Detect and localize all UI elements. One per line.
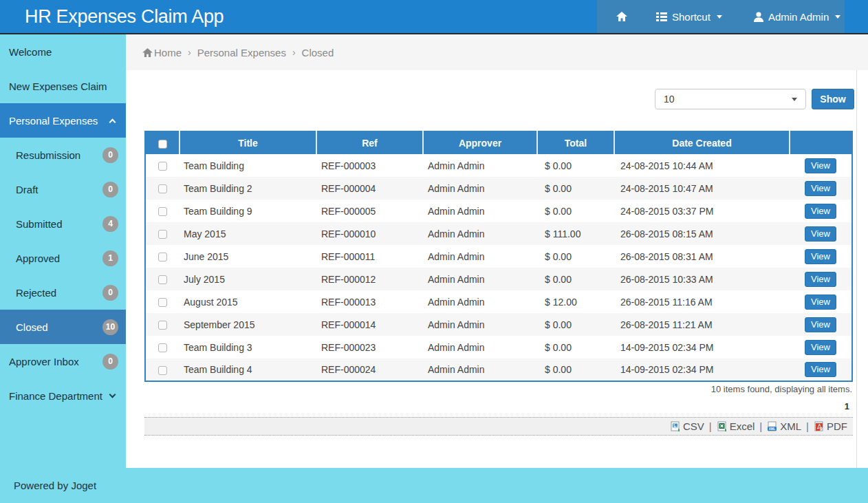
row-checkbox[interactable] xyxy=(158,253,167,261)
pagination-page-1[interactable]: 1 xyxy=(845,401,849,411)
column-header-actions xyxy=(790,131,852,154)
sidebar-item-label: Approver Inbox xyxy=(9,356,79,367)
sidebar-item-rejected[interactable]: Rejected 0 xyxy=(0,275,126,310)
sidebar-item-welcome[interactable]: Welcome xyxy=(0,34,126,69)
count-badge: 0 xyxy=(102,182,118,197)
home-icon xyxy=(616,12,627,21)
count-badge: 0 xyxy=(102,285,118,301)
view-button[interactable]: View xyxy=(805,158,836,173)
home-button[interactable] xyxy=(616,12,627,21)
table-row: September 2015 REF-000014 Admin Admin $ … xyxy=(145,313,852,336)
cell-ref: REF-000024 xyxy=(316,358,423,381)
count-badge: 0 xyxy=(102,147,118,163)
sidebar-item-new-expenses-claim[interactable]: New Expenses Claim xyxy=(0,69,126,103)
breadcrumb-closed: Closed xyxy=(302,47,334,58)
view-button[interactable]: View xyxy=(805,295,836,310)
row-checkbox[interactable] xyxy=(158,366,167,375)
row-checkbox[interactable] xyxy=(158,162,167,171)
cell-date-created: 24-08-2015 03:37 PM xyxy=(614,200,790,222)
page-size-select[interactable]: 10 xyxy=(655,89,806,109)
sidebar-item-label: Resubmission xyxy=(16,149,80,161)
view-button[interactable]: View xyxy=(805,340,836,355)
view-button[interactable]: View xyxy=(805,272,836,287)
sidebar-item-label: Rejected xyxy=(16,287,56,299)
cell-ref: REF-000004 xyxy=(316,177,423,200)
user-label: Admin Admin xyxy=(768,11,829,23)
cell-total: $ 0.00 xyxy=(537,313,614,336)
view-button[interactable]: View xyxy=(805,226,836,242)
export-xml-link[interactable]: XML XML xyxy=(767,420,801,432)
row-checkbox[interactable] xyxy=(158,343,167,352)
row-checkbox[interactable] xyxy=(158,298,167,307)
expenses-table: Title Ref Approver Total Date Created Te… xyxy=(144,131,853,382)
home-icon xyxy=(142,48,153,57)
sidebar: Welcome New Expenses Claim Personal Expe… xyxy=(0,34,126,468)
table-header-row: Title Ref Approver Total Date Created xyxy=(145,131,852,154)
column-header-ref[interactable]: Ref xyxy=(316,131,423,154)
row-checkbox[interactable] xyxy=(158,184,167,193)
user-menu[interactable]: Admin Admin xyxy=(754,11,840,23)
cell-approver: Admin Admin xyxy=(423,245,537,268)
view-button[interactable]: View xyxy=(805,181,836,196)
cell-ref: REF-000003 xyxy=(316,154,423,177)
view-button[interactable]: View xyxy=(805,362,836,377)
show-button[interactable]: Show xyxy=(812,89,854,109)
count-badge: 4 xyxy=(102,216,118,232)
breadcrumb: Home › Personal Expenses › Closed xyxy=(126,34,868,70)
table-row: August 2015 REF-000013 Admin Admin $ 12.… xyxy=(145,290,852,313)
export-csv-link[interactable]: CSV xyxy=(670,420,704,432)
breadcrumb-home[interactable]: Home xyxy=(142,47,182,58)
sidebar-item-approver-inbox[interactable]: Approver Inbox 0 xyxy=(0,344,126,378)
sidebar-item-personal-expenses[interactable]: Personal Expenses xyxy=(0,103,126,138)
caret-down-icon xyxy=(792,98,797,101)
cell-approver: Admin Admin xyxy=(423,200,537,222)
cell-total: $ 0.00 xyxy=(537,154,614,177)
column-header-date-created[interactable]: Date Created xyxy=(614,131,790,154)
cell-approver: Admin Admin xyxy=(423,222,537,245)
sidebar-item-resubmission[interactable]: Resubmission 0 xyxy=(0,138,126,172)
row-checkbox[interactable] xyxy=(158,207,167,216)
page-size-value: 10 xyxy=(664,94,675,105)
shortcut-menu[interactable]: Shortcut xyxy=(656,11,722,23)
pdf-file-icon xyxy=(814,421,825,432)
cell-title: Team Building 2 xyxy=(180,177,316,200)
csv-file-icon xyxy=(670,421,681,432)
sidebar-item-finance-department[interactable]: Finance Department xyxy=(0,378,126,413)
row-checkbox[interactable] xyxy=(158,275,167,284)
select-all-header xyxy=(145,131,180,154)
column-header-total[interactable]: Total xyxy=(537,131,614,154)
view-button[interactable]: View xyxy=(805,204,836,219)
main-content: Home › Personal Expenses › Closed 10 Sho… xyxy=(126,34,868,468)
row-checkbox[interactable] xyxy=(158,321,167,330)
cell-total: $ 12.00 xyxy=(537,290,614,313)
row-checkbox[interactable] xyxy=(158,230,167,239)
view-button[interactable]: View xyxy=(805,249,836,264)
sidebar-item-label: Submitted xyxy=(16,218,63,230)
select-all-checkbox[interactable] xyxy=(158,140,167,149)
sidebar-item-submitted[interactable]: Submitted 4 xyxy=(0,206,126,241)
table-row: Team Building 9 REF-000005 Admin Admin $… xyxy=(145,200,852,222)
count-badge: 0 xyxy=(102,354,118,370)
cell-date-created: 24-08-2015 10:47 AM xyxy=(614,177,790,200)
cell-ref: REF-000005 xyxy=(316,200,423,222)
export-excel-link[interactable]: Excel xyxy=(717,420,755,432)
cell-total: $ 0.00 xyxy=(537,358,614,381)
sidebar-item-draft[interactable]: Draft 0 xyxy=(0,172,126,206)
app-footer: Powered by Joget xyxy=(0,468,868,503)
sidebar-item-approved[interactable]: Approved 1 xyxy=(0,241,126,275)
cell-ref: REF-000013 xyxy=(316,290,423,313)
table-row: Team Building REF-000003 Admin Admin $ 0… xyxy=(145,154,852,177)
export-separator: | xyxy=(709,420,712,432)
list-icon xyxy=(656,12,667,21)
export-pdf-link[interactable]: PDF xyxy=(814,420,847,432)
cell-total: $ 0.00 xyxy=(537,245,614,268)
table-row: July 2015 REF-000012 Admin Admin $ 0.00 … xyxy=(145,268,852,290)
cell-approver: Admin Admin xyxy=(423,313,537,336)
view-button[interactable]: View xyxy=(805,317,836,332)
cell-approver: Admin Admin xyxy=(423,177,537,200)
breadcrumb-personal-expenses[interactable]: Personal Expenses xyxy=(197,47,286,58)
sidebar-item-label: Closed xyxy=(16,321,48,333)
column-header-title[interactable]: Title xyxy=(180,131,316,154)
sidebar-item-closed[interactable]: Closed 10 xyxy=(0,310,126,344)
column-header-approver[interactable]: Approver xyxy=(423,131,537,154)
